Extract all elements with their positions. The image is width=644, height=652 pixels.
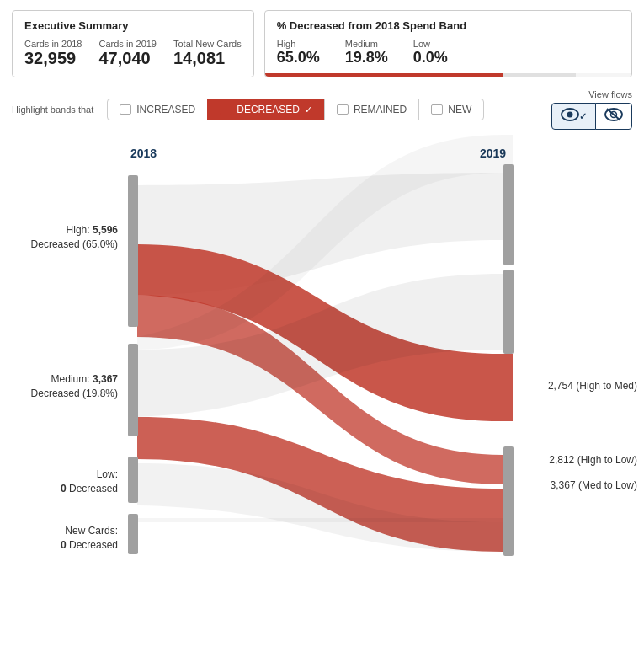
low-spend-stat: Low 0.0% [413, 39, 448, 67]
total-new-cards-stat: Total New Cards 14,081 [173, 39, 242, 68]
spend-band-box: % Decreased from 2018 Spend Band High 65… [264, 10, 632, 77]
high-node-label: High: 5,596 Decreased (65.0%) [0, 223, 118, 252]
highlight-label: Highlight bands that [12, 104, 93, 115]
high-to-low-label: 2,812 (High to Low) [549, 453, 637, 468]
eye-slash-icon [604, 108, 623, 125]
high-spend-stat: High 65.0% [277, 39, 320, 67]
total-new-label: Total New Cards [173, 39, 242, 49]
decreased-label: DECREASED [237, 104, 300, 115]
remained-swatch [337, 104, 349, 115]
spend-bar [265, 73, 631, 77]
spend-bar-high [265, 73, 503, 77]
view-flows-section: View flows ✓ [551, 89, 632, 130]
spend-bar-medium [503, 73, 576, 77]
new-node-value: 0 Decreased [0, 538, 118, 553]
increased-label: INCREASED [136, 104, 195, 115]
decreased-checkmark: ✓ [305, 104, 312, 115]
svg-rect-6 [128, 344, 138, 436]
low-spend-label: Low [413, 39, 448, 49]
medium-spend-value: 19.8% [345, 49, 388, 67]
medium-node-sub: Decreased (19.8%) [0, 387, 118, 401]
top-section: Executive Summary Cards in 2018 32,959 C… [0, 0, 644, 84]
view-flows-label: View flows [588, 89, 632, 99]
band-btn-new[interactable]: NEW [418, 99, 484, 120]
cards-2019-value: 47,040 [99, 49, 157, 68]
sankey-svg [0, 135, 644, 564]
view-flows-buttons: ✓ [551, 103, 632, 130]
svg-rect-9 [503, 164, 514, 265]
spend-stats: High 65.0% Medium 19.8% Low 0.0% [277, 39, 620, 67]
band-btn-remained[interactable]: REMAINED [324, 99, 419, 120]
executive-summary-box: Executive Summary Cards in 2018 32,959 C… [12, 10, 254, 77]
high-spend-label: High [277, 39, 320, 49]
new-label: NEW [448, 104, 471, 115]
svg-point-1 [567, 112, 573, 118]
increased-swatch [120, 104, 131, 115]
svg-rect-5 [128, 175, 138, 327]
highlight-section: Highlight bands that INCREASED DECREASED… [0, 84, 644, 135]
summary-stats: Cards in 2018 32,959 Cards in 2019 47,04… [24, 39, 242, 68]
medium-node-label: Medium: 3,367 Decreased (19.8%) [0, 372, 118, 401]
svg-rect-11 [503, 446, 514, 556]
high-node-sub: Decreased (65.0%) [0, 238, 118, 252]
high-node-title: High: 5,596 [0, 223, 118, 238]
total-new-value: 14,081 [173, 49, 242, 68]
low-node-value: 0 Decreased [0, 482, 118, 496]
svg-rect-7 [128, 457, 138, 503]
sankey-diagram: 2018 2019 [0, 135, 644, 564]
decreased-swatch [220, 104, 232, 115]
low-node-label: Low: 0 Decreased [0, 468, 118, 496]
band-btn-decreased[interactable]: DECREASED ✓ [207, 99, 325, 120]
low-node-title: Low: [0, 468, 118, 482]
medium-spend-label: Medium [345, 39, 388, 49]
show-flows-check: ✓ [579, 111, 587, 122]
new-node-title: New Cards: [0, 524, 118, 538]
medium-node-title: Medium: 3,367 [0, 372, 118, 387]
spend-bar-low [576, 73, 631, 77]
remained-label: REMAINED [354, 104, 407, 115]
high-to-med-label: 2,754 (High to Med) [548, 379, 637, 393]
band-btn-increased[interactable]: INCREASED [107, 99, 208, 120]
low-spend-value: 0.0% [413, 49, 448, 67]
band-buttons: INCREASED DECREASED ✓ REMAINED NEW [107, 99, 551, 120]
cards-2018-label: Cards in 2018 [24, 39, 82, 49]
svg-rect-10 [503, 270, 514, 354]
spend-band-title: % Decreased from 2018 Spend Band [277, 19, 620, 32]
med-to-low-label: 3,367 (Med to Low) [551, 478, 637, 493]
cards-2019-stat: Cards in 2019 47,040 [99, 39, 157, 68]
new-swatch [431, 104, 443, 115]
executive-summary-title: Executive Summary [24, 19, 242, 32]
cards-2018-stat: Cards in 2018 32,959 [24, 39, 82, 68]
medium-spend-stat: Medium 19.8% [345, 39, 388, 67]
hide-flows-button[interactable] [595, 103, 632, 130]
cards-2019-label: Cards in 2019 [99, 39, 157, 49]
show-flows-button[interactable]: ✓ [551, 103, 596, 130]
svg-rect-8 [128, 514, 138, 554]
cards-2018-value: 32,959 [24, 49, 82, 68]
eye-icon [561, 108, 579, 125]
high-spend-value: 65.0% [277, 49, 320, 67]
new-node-label: New Cards: 0 Decreased [0, 524, 118, 553]
